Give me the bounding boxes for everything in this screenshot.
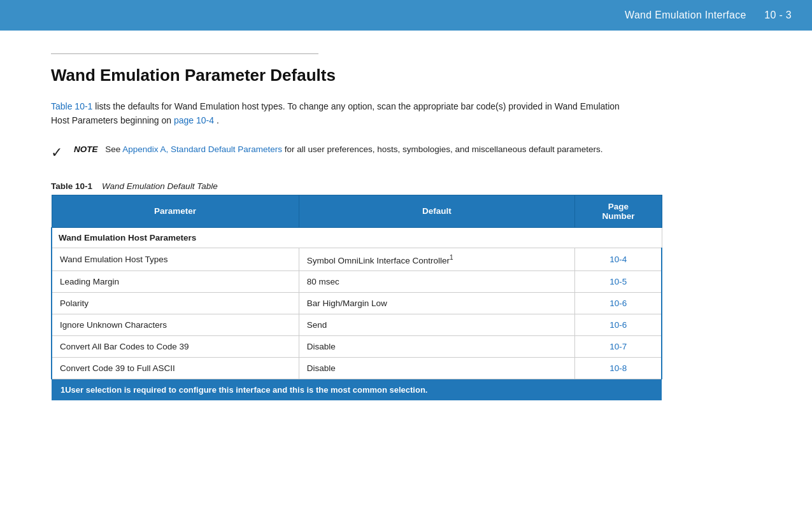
section-divider: [51, 53, 318, 54]
page-cell[interactable]: 10-6: [575, 314, 662, 336]
table-footer-row: 1User selection is required to configure…: [52, 379, 662, 401]
table-row: Leading Margin80 msec10-5: [52, 271, 662, 293]
page-link[interactable]: page 10-4: [174, 115, 214, 125]
page-cell[interactable]: 10-7: [575, 336, 662, 358]
header-bar: Wand Emulation Interface 10 - 3: [0, 0, 812, 31]
param-cell: Convert All Bar Codes to Code 39: [52, 336, 299, 358]
header-title: Wand Emulation Interface 10 - 3: [625, 10, 792, 21]
header-title-text: Wand Emulation Interface: [625, 10, 746, 20]
col-header-default: Default: [299, 195, 575, 227]
param-cell: Ignore Unknown Characters: [52, 314, 299, 336]
note-checkmark-icon: ✓: [51, 144, 62, 161]
default-cell: Disable: [299, 358, 575, 379]
default-cell: Bar High/Margin Low: [299, 293, 575, 314]
table-caption-italic: Wand Emulation Default Table: [102, 181, 218, 191]
default-cell: Symbol OmniLink Interface Controller1: [299, 248, 575, 271]
group-header-row: Wand Emulation Host Parameters: [52, 227, 662, 248]
table-row: Wand Emulation Host TypesSymbol OmniLink…: [52, 248, 662, 271]
table-row: Convert Code 39 to Full ASCIIDisable10-8: [52, 358, 662, 379]
table-link[interactable]: Table 10-1: [51, 101, 92, 111]
param-cell: Polarity: [52, 293, 299, 314]
note-text-before: See: [105, 144, 122, 154]
header-page-number: 10 - 3: [764, 10, 792, 20]
col-header-parameter: Parameter: [52, 195, 299, 227]
note-block: ✓ NOTE See Appendix A, Standard Default …: [51, 143, 624, 161]
table-row: Ignore Unknown CharactersSend10-6: [52, 314, 662, 336]
param-cell: Leading Margin: [52, 271, 299, 293]
intro-text-1: lists the defaults for Wand Emulation ho…: [51, 101, 620, 125]
col-header-page: PageNumber: [575, 195, 662, 227]
page-cell[interactable]: 10-5: [575, 271, 662, 293]
default-cell: Disable: [299, 336, 575, 358]
table-row: PolarityBar High/Margin Low10-6: [52, 293, 662, 314]
table-row: Convert All Bar Codes to Code 39Disable1…: [52, 336, 662, 358]
default-cell: Send: [299, 314, 575, 336]
default-cell: 80 msec: [299, 271, 575, 293]
intro-text-2: .: [217, 115, 219, 125]
table-caption-bold: Table 10-1: [51, 181, 92, 191]
param-cell: Wand Emulation Host Types: [52, 248, 299, 271]
note-text-after: for all user preferences, hosts, symbolo…: [282, 144, 603, 154]
table-footer-cell: 1User selection is required to configure…: [52, 379, 662, 401]
group-header-cell: Wand Emulation Host Parameters: [52, 227, 662, 248]
page-heading: Wand Emulation Parameter Defaults: [51, 66, 771, 85]
note-appendix-link[interactable]: Appendix A, Standard Default Parameters: [122, 144, 282, 154]
note-content: NOTE See Appendix A, Standard Default Pa…: [74, 143, 602, 156]
note-label: NOTE: [74, 144, 98, 154]
table-caption: Table 10-1 Wand Emulation Default Table: [51, 181, 771, 191]
intro-paragraph: Table 10-1 lists the defaults for Wand E…: [51, 99, 624, 128]
table-header-row: Parameter Default PageNumber: [52, 195, 662, 227]
page-cell[interactable]: 10-8: [575, 358, 662, 379]
page-cell[interactable]: 10-6: [575, 293, 662, 314]
page-cell[interactable]: 10-4: [575, 248, 662, 271]
data-table: Parameter Default PageNumber Wand Emulat…: [51, 195, 662, 401]
param-cell: Convert Code 39 to Full ASCII: [52, 358, 299, 379]
main-content: Wand Emulation Parameter Defaults Table …: [0, 31, 812, 423]
